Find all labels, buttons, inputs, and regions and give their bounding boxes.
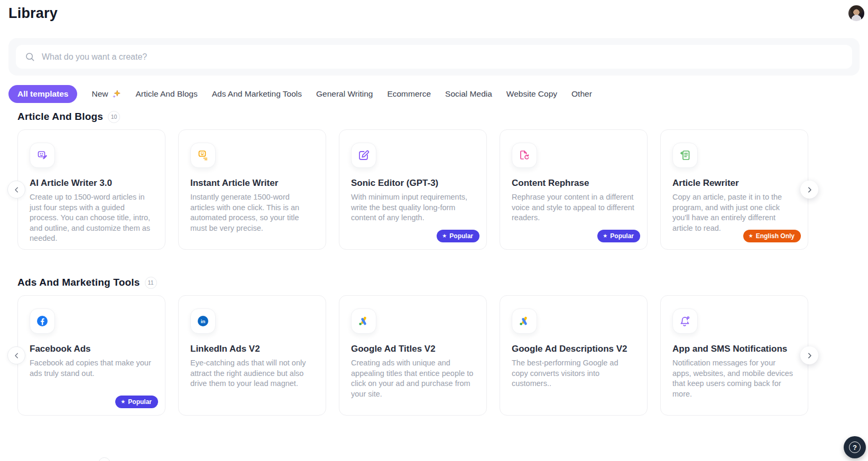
page-title: Library bbox=[8, 5, 58, 22]
question-mark-icon: ? bbox=[849, 441, 861, 453]
card-description: Rephrase your content in a different voi… bbox=[512, 192, 635, 223]
popular-badge: ★Popular bbox=[437, 230, 479, 242]
tab-all-templates[interactable]: All templates bbox=[8, 85, 77, 103]
document-rewrite-icon bbox=[679, 149, 691, 162]
template-card-linkedin-ads-v2[interactable]: inLinkedIn Ads V2Eye-catching ads that w… bbox=[178, 295, 326, 416]
tab-ads-and-marketing-tools[interactable]: Ads And Marketing Tools bbox=[212, 89, 302, 99]
card-icon-tile bbox=[351, 143, 376, 168]
tab-general-writing[interactable]: General Writing bbox=[316, 89, 373, 99]
card-icon-tile bbox=[512, 308, 537, 334]
card-title: Content Rephrase bbox=[512, 178, 635, 189]
card-icon-tile bbox=[351, 308, 376, 334]
badge-label: Popular bbox=[128, 398, 152, 406]
card-title: Article Rewriter bbox=[672, 178, 796, 189]
star-icon: ★ bbox=[749, 233, 753, 239]
document-refresh-icon bbox=[518, 149, 531, 162]
card-title: Instant Article Writer bbox=[190, 178, 314, 189]
template-card-instant-article-writer[interactable]: Instant Article WriterInstantly generate… bbox=[178, 129, 326, 250]
template-card-ai-article-writer-3-0[interactable]: AI Article Writer 3.0Create up to 1500-w… bbox=[17, 129, 165, 250]
user-avatar[interactable] bbox=[848, 5, 864, 21]
section-article-and-blogs: Article And Blogs10AI Article Writer 3.0… bbox=[0, 110, 868, 250]
tab-ecommerce[interactable]: Ecommerce bbox=[387, 89, 431, 99]
badge-label: Popular bbox=[610, 232, 634, 240]
linkedin-icon: in bbox=[197, 315, 209, 327]
card-description: Copy an article, paste it in to the prog… bbox=[672, 192, 796, 233]
card-title: Google Ad Descriptions V2 bbox=[512, 344, 635, 354]
template-filter-tabs: All templatesNewArticle And BlogsAds And… bbox=[8, 85, 868, 103]
help-button[interactable]: ? bbox=[844, 436, 866, 458]
card-icon-tile bbox=[30, 308, 55, 334]
card-description: Create up to 1500-word articles in just … bbox=[30, 192, 153, 244]
next-section-count-badge-partial bbox=[98, 457, 110, 461]
card-description: With minimum input requirements, write t… bbox=[351, 192, 475, 223]
chevron-left-icon bbox=[12, 185, 21, 194]
tab-article-and-blogs[interactable]: Article And Blogs bbox=[136, 89, 198, 99]
edit-square-icon bbox=[357, 149, 370, 162]
card-icon-tile: in bbox=[190, 308, 216, 334]
section-header: Article And Blogs10 bbox=[17, 110, 868, 123]
tab-website-copy[interactable]: Website Copy bbox=[506, 89, 557, 99]
card-title: AI Article Writer 3.0 bbox=[30, 178, 153, 189]
card-description: Facebook ad copies that make your ads tr… bbox=[30, 358, 153, 379]
section-title: Ads And Marketing Tools bbox=[17, 277, 140, 288]
robot-pencil-icon bbox=[36, 149, 49, 162]
tab-label: New bbox=[91, 89, 108, 99]
template-card-content-rephrase[interactable]: Content RephraseRephrase your content in… bbox=[500, 129, 648, 250]
tab-social-media[interactable]: Social Media bbox=[445, 89, 492, 99]
robot-lines-icon bbox=[197, 149, 209, 162]
cards-carousel: AI Article Writer 3.0Create up to 1500-w… bbox=[17, 129, 808, 250]
tab-other[interactable]: Other bbox=[571, 89, 592, 99]
card-description: Eye-catching ads that will not only attr… bbox=[190, 358, 314, 389]
template-card-sonic-editor-gpt-3[interactable]: Sonic Editor (GPT-3)With minimum input r… bbox=[339, 129, 487, 250]
carousel-next-button[interactable] bbox=[800, 346, 818, 364]
card-description: Creating ads with unique and appealing t… bbox=[351, 358, 475, 399]
section-header: Ads And Marketing Tools11 bbox=[17, 276, 868, 289]
google-ads-icon bbox=[357, 315, 370, 327]
badge-label: Popular bbox=[449, 232, 473, 240]
tab-label: Website Copy bbox=[506, 89, 557, 99]
tab-label: General Writing bbox=[316, 89, 373, 99]
template-card-google-ad-titles-v2[interactable]: Google Ad Titles V2Creating ads with uni… bbox=[339, 295, 487, 416]
card-icon-tile bbox=[672, 308, 698, 334]
star-icon: ★ bbox=[442, 233, 447, 239]
template-card-article-rewriter[interactable]: Article RewriterCopy an article, paste i… bbox=[660, 129, 808, 250]
section-title: Article And Blogs bbox=[17, 111, 103, 123]
tab-new[interactable]: New bbox=[91, 89, 121, 99]
section-count-badge: 10 bbox=[108, 111, 120, 123]
card-icon-tile bbox=[30, 143, 55, 168]
carousel-prev-button[interactable] bbox=[7, 346, 25, 364]
svg-text:in: in bbox=[201, 318, 206, 324]
tab-label: Ads And Marketing Tools bbox=[212, 89, 302, 99]
bell-icon bbox=[679, 315, 691, 327]
card-title: LinkedIn Ads V2 bbox=[190, 344, 314, 354]
carousel-prev-button[interactable] bbox=[7, 181, 25, 199]
card-title: Sonic Editor (GPT-3) bbox=[351, 178, 475, 189]
sparkles-icon bbox=[112, 89, 122, 99]
tab-label: Ecommerce bbox=[387, 89, 431, 99]
english-only-badge: ★English Only bbox=[743, 230, 801, 242]
card-description: Notification messages for your apps, web… bbox=[672, 358, 796, 399]
search-bar[interactable] bbox=[16, 45, 852, 69]
search-input[interactable] bbox=[42, 52, 844, 62]
star-icon: ★ bbox=[603, 233, 607, 239]
tab-label: All templates bbox=[17, 89, 68, 99]
page-header: Library bbox=[0, 0, 868, 33]
card-title: Google Ad Titles V2 bbox=[351, 344, 475, 354]
badge-label: English Only bbox=[756, 232, 795, 240]
chevron-right-icon bbox=[805, 351, 814, 360]
search-icon bbox=[24, 51, 35, 62]
card-icon-tile bbox=[672, 143, 698, 168]
card-icon-tile bbox=[512, 143, 537, 168]
tab-label: Other bbox=[571, 89, 592, 99]
tab-label: Article And Blogs bbox=[136, 89, 198, 99]
template-card-google-ad-descriptions-v2[interactable]: Google Ad Descriptions V2The best-perfor… bbox=[500, 295, 648, 416]
section-count-badge: 11 bbox=[145, 277, 157, 289]
template-card-facebook-ads[interactable]: Facebook AdsFacebook ad copies that make… bbox=[17, 295, 165, 416]
carousel-next-button[interactable] bbox=[800, 181, 818, 199]
template-sections: Article And Blogs10AI Article Writer 3.0… bbox=[0, 110, 868, 416]
popular-badge: ★Popular bbox=[597, 230, 640, 242]
template-card-app-and-sms-notifications[interactable]: App and SMS NotificationsNotification me… bbox=[660, 295, 808, 416]
chevron-right-icon bbox=[805, 185, 814, 194]
card-title: Facebook Ads bbox=[30, 344, 153, 354]
popular-badge: ★Popular bbox=[115, 396, 158, 408]
